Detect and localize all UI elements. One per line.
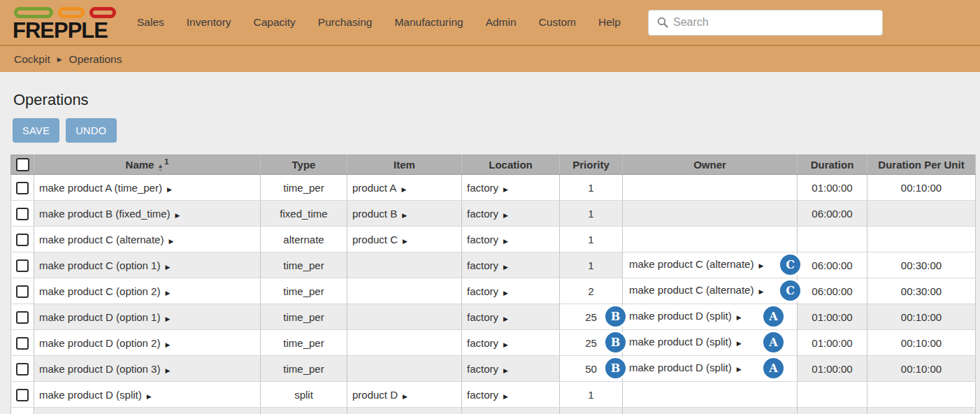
drilldown-arrow-icon[interactable]: ▶ — [503, 341, 508, 348]
breadcrumb-current[interactable]: Operations — [69, 53, 122, 66]
select-all-checkbox[interactable] — [16, 158, 29, 171]
column-header-item[interactable]: Item — [347, 155, 462, 175]
cell-name[interactable]: make product C (option 1)▶ — [34, 252, 261, 278]
cell-duration_per_unit[interactable]: 00:10:00 — [867, 330, 976, 356]
cell-name[interactable]: make product A (time_per)▶ — [34, 175, 261, 201]
row-checkbox[interactable] — [16, 337, 29, 350]
cell-priority[interactable]: 2 — [560, 278, 623, 304]
column-header-location[interactable]: Location — [462, 155, 560, 175]
row-checkbox[interactable] — [16, 311, 29, 324]
frepple-logo[interactable]: FREPPLE — [13, 6, 116, 41]
nav-item-sales[interactable]: Sales — [126, 16, 175, 29]
save-button[interactable]: SAVE — [13, 118, 59, 143]
undo-button[interactable]: UNDO — [66, 118, 116, 143]
cell-owner[interactable]: make product D (split)▶BA — [623, 304, 798, 330]
column-header-duration_per_unit[interactable]: Duration Per Unit — [867, 155, 976, 175]
drilldown-arrow-icon[interactable]: ▶ — [503, 186, 508, 193]
column-header-owner[interactable]: Owner — [623, 155, 798, 175]
drilldown-arrow-icon[interactable]: ▶ — [167, 186, 172, 193]
cell-name[interactable]: make product B (fixed_time)▶ — [34, 201, 261, 227]
cell-duration_per_unit[interactable]: 00:30:00 — [867, 278, 976, 304]
cell-duration[interactable] — [798, 227, 867, 252]
drilldown-arrow-icon[interactable]: ▶ — [165, 341, 170, 348]
drilldown-arrow-icon[interactable]: ▶ — [402, 212, 407, 219]
drilldown-arrow-icon[interactable]: ▶ — [165, 315, 170, 322]
drilldown-arrow-icon[interactable]: ▶ — [401, 186, 406, 193]
cell-type[interactable]: time_per — [261, 175, 347, 201]
cell-item[interactable]: product D▶ — [347, 382, 462, 408]
cell-item[interactable] — [347, 356, 462, 382]
cell-duration_per_unit[interactable] — [867, 201, 976, 227]
cell-duration[interactable]: 06:00:00 — [798, 252, 867, 278]
cell-type[interactable]: time_per — [261, 278, 347, 304]
cell-location[interactable]: factory▶ — [462, 356, 560, 382]
cell-duration[interactable]: 01:00:00 — [798, 304, 867, 330]
cell-duration[interactable]: 06:00:00 — [798, 278, 867, 304]
cell-location[interactable]: factory▶ — [462, 304, 560, 330]
cell-location[interactable]: factory▶ — [462, 330, 560, 356]
drilldown-arrow-icon[interactable]: ▶ — [503, 290, 508, 297]
cell-name[interactable]: make product D (option 3)▶ — [34, 356, 261, 382]
cell-duration[interactable]: 06:00:00 — [798, 201, 867, 227]
cell-duration_per_unit[interactable]: 00:10:00 — [867, 175, 976, 201]
cell-type[interactable]: fixed_time — [261, 201, 347, 227]
row-checkbox[interactable] — [16, 285, 29, 298]
cell-location[interactable]: factory▶ — [462, 227, 560, 252]
breadcrumb-home-link[interactable]: Cockpit — [14, 53, 50, 66]
column-header-type[interactable]: Type — [261, 155, 347, 175]
cell-priority[interactable]: 1 — [560, 227, 623, 252]
cell-item[interactable]: product A▶ — [347, 175, 462, 201]
cell-name[interactable]: make product D (split)▶ — [34, 382, 261, 408]
drilldown-arrow-icon[interactable]: ▶ — [503, 393, 508, 400]
cell-priority[interactable]: 1 — [560, 382, 623, 408]
drilldown-arrow-icon[interactable]: ▶ — [165, 367, 170, 374]
drilldown-arrow-icon[interactable]: ▶ — [165, 264, 170, 271]
drilldown-arrow-icon[interactable]: ▶ — [737, 314, 742, 321]
drilldown-arrow-icon[interactable]: ▶ — [168, 238, 173, 245]
cell-name[interactable]: make product C (alternate)▶ — [34, 227, 261, 252]
column-header-duration[interactable]: Duration — [798, 155, 867, 175]
cell-location[interactable]: factory▶ — [462, 252, 560, 278]
cell-owner[interactable]: make product D (split)▶BA — [623, 330, 798, 356]
cell-item[interactable] — [347, 330, 462, 356]
cell-duration_per_unit[interactable]: 00:10:00 — [867, 356, 976, 382]
cell-location[interactable]: factory▶ — [462, 278, 560, 304]
cell-owner[interactable]: make product C (alternate)▶C — [623, 278, 798, 304]
nav-item-admin[interactable]: Admin — [475, 16, 528, 29]
cell-duration_per_unit[interactable]: 00:30:00 — [867, 252, 976, 278]
cell-item[interactable] — [347, 252, 462, 278]
cell-location[interactable]: factory▶ — [462, 201, 560, 227]
cell-type[interactable]: time_per — [261, 304, 347, 330]
cell-item[interactable]: product C▶ — [347, 227, 462, 252]
cell-duration[interactable]: 01:00:00 — [798, 356, 867, 382]
nav-item-custom[interactable]: Custom — [528, 16, 587, 29]
cell-owner[interactable]: make product D (split)▶BA — [623, 356, 798, 382]
row-checkbox[interactable] — [16, 363, 29, 376]
row-checkbox[interactable] — [16, 208, 29, 220]
drilldown-arrow-icon[interactable]: ▶ — [758, 288, 763, 295]
cell-name[interactable]: make product D (option 1)▶ — [34, 304, 261, 330]
cell-item[interactable]: product B▶ — [347, 201, 462, 227]
cell-name[interactable]: make product D (option 2)▶ — [34, 330, 261, 356]
cell-owner[interactable] — [623, 201, 798, 227]
cell-owner[interactable] — [623, 227, 798, 252]
row-checkbox[interactable] — [16, 389, 29, 401]
cell-duration[interactable]: 01:00:00 — [798, 175, 867, 201]
nav-item-manufacturing[interactable]: Manufacturing — [383, 16, 474, 29]
column-header-name[interactable]: Name▲▼1 — [34, 155, 261, 175]
drilldown-arrow-icon[interactable]: ▶ — [403, 238, 408, 245]
nav-item-help[interactable]: Help — [587, 16, 632, 29]
drilldown-arrow-icon[interactable]: ▶ — [503, 367, 508, 374]
cell-type[interactable]: time_per — [261, 356, 347, 382]
cell-owner[interactable]: make product C (alternate)▶C — [623, 252, 798, 278]
drilldown-arrow-icon[interactable]: ▶ — [147, 393, 152, 400]
drilldown-arrow-icon[interactable]: ▶ — [737, 366, 742, 373]
cell-duration[interactable]: 01:00:00 — [798, 330, 867, 356]
cell-item[interactable] — [347, 278, 462, 304]
search-box[interactable] — [648, 10, 883, 36]
cell-duration_per_unit[interactable] — [867, 382, 976, 408]
cell-name[interactable]: make product C (option 2)▶ — [34, 278, 261, 304]
cell-type[interactable]: time_per — [261, 252, 347, 278]
drilldown-arrow-icon[interactable]: ▶ — [737, 340, 742, 347]
cell-type[interactable]: time_per — [261, 330, 347, 356]
